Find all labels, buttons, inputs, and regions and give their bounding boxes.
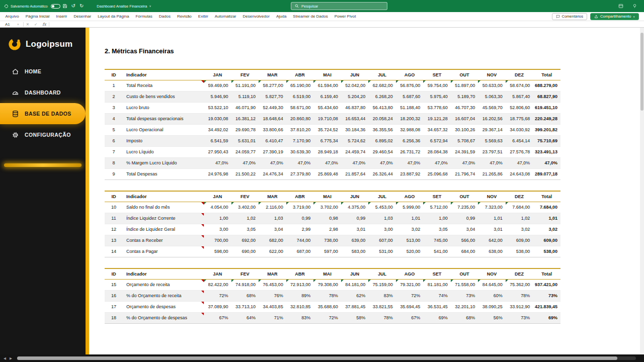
value-cell[interactable]: 1,03	[259, 213, 286, 224]
value-cell[interactable]: 2,99	[286, 224, 314, 235]
value-cell[interactable]: 692,00	[231, 235, 259, 246]
total-cell[interactable]: 538,00	[533, 246, 560, 257]
value-cell[interactable]: 638,00	[478, 246, 506, 257]
value-cell[interactable]: 5.975,40	[423, 91, 451, 102]
total-cell[interactable]: 47,0%	[533, 157, 560, 168]
value-cell[interactable]: 32.201,10	[451, 301, 478, 312]
value-cell[interactable]: 20.860,80	[286, 113, 314, 124]
horizontal-scrollbar-thumb[interactable]	[17, 356, 617, 360]
value-cell[interactable]: 4.375,00	[341, 202, 369, 213]
column-header-mar[interactable]: MAR	[259, 268, 286, 279]
value-cell[interactable]: 690,00	[231, 246, 259, 257]
ribbon-tab-layout-da-pagina[interactable]: Layout da Página	[95, 12, 132, 21]
value-cell[interactable]: 50.633,00	[478, 80, 506, 91]
value-cell[interactable]: 21.500,22	[231, 168, 259, 179]
indicator-cell[interactable]: Índice Liquidez Corrente	[123, 213, 204, 224]
title-dropdown-icon[interactable]: ∨	[149, 5, 151, 8]
value-cell[interactable]: 47,0%	[396, 157, 424, 168]
value-cell[interactable]: 27.576,78	[506, 146, 533, 157]
total-cell[interactable]: 75.710,69	[533, 135, 560, 146]
column-header-set[interactable]: SET	[423, 268, 451, 279]
total-cell[interactable]: 688.279,00	[533, 80, 560, 91]
redo-button[interactable]: ↻	[79, 0, 84, 12]
value-cell[interactable]: 62%	[341, 290, 369, 301]
value-cell[interactable]: 51.188,40	[396, 102, 424, 113]
value-cell[interactable]: 3,05	[231, 224, 259, 235]
value-cell[interactable]: 37.881,45	[341, 301, 369, 312]
value-cell[interactable]: 1,01	[478, 213, 506, 224]
value-cell[interactable]: 1,00	[423, 213, 451, 224]
value-cell[interactable]: 5.724,62	[341, 135, 369, 146]
value-cell[interactable]: 24.391,59	[451, 146, 478, 157]
value-cell[interactable]: 5.687,60	[396, 91, 424, 102]
column-header-jun[interactable]: JUN	[341, 69, 369, 80]
column-header-mar[interactable]: MAR	[259, 191, 286, 202]
column-header-out[interactable]: OUT	[451, 69, 478, 80]
autosave-switch[interactable]	[51, 4, 60, 9]
value-cell[interactable]: 7.323,00	[478, 202, 506, 213]
sidebar-item-home[interactable]: HOME	[0, 61, 86, 82]
indicator-cell[interactable]: Lucro bruto	[123, 102, 204, 113]
name-box[interactable]: A1	[0, 22, 17, 27]
value-cell[interactable]: 23.887,92	[396, 168, 424, 179]
value-cell[interactable]: 73%	[506, 312, 533, 323]
column-header-abr[interactable]: ABR	[286, 69, 314, 80]
value-cell[interactable]: 47,0%	[423, 157, 451, 168]
value-cell[interactable]: 47,0%	[341, 157, 369, 168]
value-cell[interactable]: 68%	[231, 290, 259, 301]
column-header-indicador[interactable]: Indicador	[123, 191, 204, 202]
value-cell[interactable]: 3,01	[341, 224, 369, 235]
value-cell[interactable]: 687,00	[286, 246, 314, 257]
value-cell[interactable]: 29.460,54	[368, 146, 396, 157]
column-header-abr[interactable]: ABR	[286, 191, 314, 202]
value-cell[interactable]: 21.796,74	[451, 168, 478, 179]
value-cell[interactable]: 16.202,56	[478, 113, 506, 124]
row-id-cell[interactable]: 1	[105, 80, 123, 91]
value-cell[interactable]: 1,03	[368, 213, 396, 224]
value-cell[interactable]: 36.355,56	[368, 124, 396, 135]
value-cell[interactable]: 3,01	[478, 224, 506, 235]
indicator-cell[interactable]: Orçamento de receita	[123, 279, 204, 290]
value-cell[interactable]: 32.810,85	[286, 301, 314, 312]
value-cell[interactable]: 25.869,48	[313, 168, 341, 179]
column-header-dez[interactable]: DEZ	[506, 268, 533, 279]
sidebar-item-configuracao[interactable]: CONFIGURAÇÃO	[0, 124, 86, 145]
ribbon-tab-arquivo[interactable]: Arquivo	[2, 12, 22, 21]
value-cell[interactable]: 7.684,00	[506, 202, 533, 213]
value-cell[interactable]: 74.918,00	[231, 279, 259, 290]
value-cell[interactable]: 62.682,00	[368, 80, 396, 91]
value-cell[interactable]: 79.321,00	[396, 279, 424, 290]
value-cell[interactable]: 30.100,26	[451, 124, 478, 135]
value-cell[interactable]: 3,00	[204, 224, 231, 235]
value-cell[interactable]: 59.469,00	[204, 80, 231, 91]
row-id-cell[interactable]: 9	[105, 168, 123, 179]
sidebar-item-dashboard[interactable]: DASHBOARD	[0, 82, 86, 103]
column-header-jan[interactable]: JAN	[204, 69, 231, 80]
value-cell[interactable]: 642,00	[478, 235, 506, 246]
value-cell[interactable]: 67%	[396, 312, 424, 323]
value-cell[interactable]: 6.410,47	[259, 135, 286, 146]
value-cell[interactable]: 3.702,00	[313, 202, 341, 213]
value-cell[interactable]: 35.724,52	[313, 124, 341, 135]
value-cell[interactable]: 0,99	[286, 213, 314, 224]
value-cell[interactable]: 0,99	[451, 213, 478, 224]
row-id-cell[interactable]: 2	[105, 91, 123, 102]
value-cell[interactable]: 53.522,10	[204, 102, 231, 113]
value-cell[interactable]: 34.657,32	[423, 124, 451, 135]
value-cell[interactable]: 81.181,00	[423, 279, 451, 290]
total-cell[interactable]: 323.491,13	[533, 146, 560, 157]
ribbon-options-icon[interactable]	[618, 4, 623, 9]
value-cell[interactable]: 639,00	[341, 235, 369, 246]
ribbon-tab-desenhar[interactable]: Desenhar	[70, 12, 95, 21]
value-cell[interactable]: 5.569,63	[478, 135, 506, 146]
value-cell[interactable]: 71.558,00	[451, 279, 478, 290]
value-cell[interactable]: 1,01	[396, 213, 424, 224]
value-cell[interactable]: 24.643,08	[506, 168, 533, 179]
value-cell[interactable]: 52.042,00	[341, 80, 369, 91]
ribbon-tab-formulas[interactable]: Fórmulas	[132, 12, 155, 21]
row-id-cell[interactable]: 5	[105, 124, 123, 135]
horizontal-scrollbar[interactable]	[17, 356, 636, 360]
value-cell[interactable]: 84.181,00	[341, 279, 369, 290]
indicator-cell[interactable]: Contas a Pagar	[123, 246, 204, 257]
value-cell[interactable]: 76%	[259, 290, 286, 301]
